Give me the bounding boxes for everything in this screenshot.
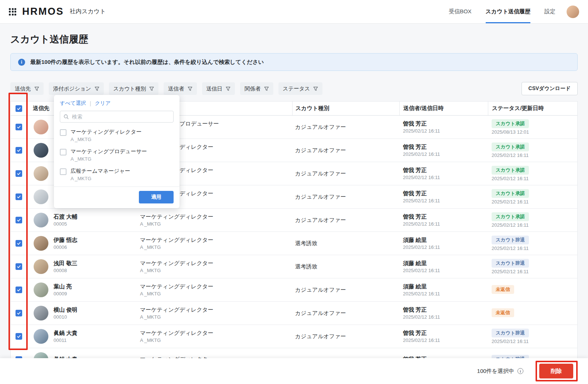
filter-chip-scout-type[interactable]: スカウト種別 [109,82,158,95]
position-search-input[interactable] [60,111,174,123]
status-badge: スカウト承諾 [492,119,529,128]
sender-name: 曽我 芳正 [403,190,440,197]
selection-footer: 100件を選択中 削除 [0,358,588,384]
position-name: マーケティングディレクター [140,260,213,267]
status-badge: スカウト承諾 [492,189,529,198]
scout-type: カジュアルオファー [292,139,399,162]
row-checkbox[interactable] [16,333,22,340]
recipient-id: 00009 [54,291,72,297]
recipient-name: 葉山 亮 [54,283,72,290]
filter-icon [313,86,318,91]
table-row: 葉山 亮00009 マーケティングディレクターA _MKTG カジュアルオファー… [11,278,577,302]
scout-type: カジュアルオファー [292,116,399,138]
nav-inbox[interactable]: 受信BOX [449,0,472,23]
scout-type: 選考誘致 [292,255,399,278]
avatar [34,282,48,297]
option-label: マーケティングプロデューサー [71,148,147,155]
sender-name: 曽我 芳正 [403,143,440,150]
sender-name: 曽我 芳正 [403,329,440,336]
sender-name: 曽我 芳正 [403,167,440,174]
sender-name: 曽我 芳正 [403,120,440,127]
avatar [34,166,48,181]
separator: | [90,100,91,106]
option-label: マーケティングディレクター [71,128,141,136]
option-checkbox[interactable] [60,129,66,136]
row-checkbox[interactable] [16,170,22,177]
filter-chip-sender[interactable]: 送信者 [164,82,197,95]
status-badge: スカウト承諾 [492,143,529,151]
status-badge: スカウト承諾 [492,212,529,221]
row-checkbox[interactable] [16,310,22,316]
position-name: マーケティングディレクター [140,283,213,290]
recipient-name: 石渡 大輔 [54,213,77,220]
option-code: A _MKTG [71,137,141,142]
sent-datetime: 2025/02/12 16:11 [403,244,440,250]
info-circle-icon[interactable] [517,368,523,374]
row-checkbox[interactable] [16,124,22,130]
filter-chip-status[interactable]: ステータス [278,82,323,95]
position-option[interactable]: マーケティングプロデューサー A _MKTG [60,145,174,165]
nav-scout-history[interactable]: スカウト送信履歴 [486,0,530,23]
apps-grid-icon[interactable] [9,8,16,16]
sent-datetime: 2025/02/12 16:11 [403,221,440,227]
filter-row: 送信先 添付ポジション スカウト種別 送信者 送信日 関係者 ステータス CSV… [10,82,578,95]
avatar [34,259,48,274]
filter-chip-label: 関係者 [245,85,261,92]
row-checkbox[interactable] [16,240,22,247]
filter-chip-label: 送信者 [168,85,184,92]
filter-chip-position[interactable]: 添付ポジション [49,82,104,95]
position-option[interactable]: マーケティングディレクター A _MKTG [60,126,174,145]
user-avatar[interactable] [567,6,579,18]
filter-chip-recipient[interactable]: 送信先 [10,82,44,95]
row-checkbox[interactable] [16,287,22,293]
position-option[interactable]: 広報チームマネージャー A _MKTG [60,165,174,184]
sent-datetime: 2025/02/12 16:11 [403,268,440,274]
position-filter-dropdown: すべて選択 | クリア マーケティングディレクター A _MKTG マーケティン… [54,95,180,208]
top-nav: 受信BOX スカウト送信履歴 設定 [449,0,555,23]
avatar [34,329,48,344]
filter-icon [95,86,99,91]
row-checkbox[interactable] [16,147,22,154]
nav-settings[interactable]: 設定 [544,0,555,23]
row-checkbox[interactable] [16,193,22,200]
avatar [34,306,48,320]
col-status: ステータス/更新日時 [488,102,577,115]
option-label: 広報チームマネージャー [71,168,130,175]
filter-chip-related[interactable]: 関係者 [240,82,273,95]
search-icon [64,114,69,119]
recipient-id: 00005 [54,221,77,227]
recipient-id: 00010 [54,314,77,320]
row-checkbox[interactable] [16,217,22,223]
select-all-checkbox[interactable] [16,105,22,112]
recipient-name: 横山 俊明 [54,306,77,313]
updated-datetime: 2025/02/12 16:11 [492,246,529,251]
apply-button[interactable]: 適用 [139,191,174,203]
status-badge: スカウト承諾 [492,166,529,175]
sent-datetime: 2025/02/12 16:11 [403,128,440,134]
scout-type: カジュアルオファー [292,302,399,325]
table-row: 伊藤 悟志00006 マーケティングディレクターA _MKTG 選考誘致 須藤 … [11,232,577,255]
delete-button[interactable]: 削除 [539,364,573,378]
csv-download-button[interactable]: CSVダウンロード [522,82,578,95]
clear-link[interactable]: クリア [95,100,111,107]
position-code: A _MKTG [140,268,213,274]
position-code: A _MKTG [140,314,213,320]
recipient-name: 眞鍋 大貴 [54,329,77,336]
updated-datetime: 2025/02/12 16:11 [492,269,529,275]
option-code: A _MKTG [71,176,130,181]
option-checkbox[interactable] [60,149,66,155]
info-banner: 最新100件の履歴を表示しています。それ以前の履歴は、条件を絞り込んで検索してく… [10,53,578,71]
sender-name: 曽我 芳正 [403,213,440,220]
table-row: 石渡 大輔00005 マーケティングディレクターA _MKTG カジュアルオファ… [11,209,577,232]
row-checkbox[interactable] [16,263,22,270]
position-code: A _MKTG [140,337,213,343]
option-code: A _MKTG [71,156,147,162]
sent-datetime: 2025/02/12 16:11 [403,291,440,297]
filter-chip-sent-date[interactable]: 送信日 [202,82,235,95]
position-name: マーケティングディレクター [140,306,213,313]
scout-type: カジュアルオファー [292,278,399,301]
sent-datetime: 2025/02/12 16:11 [403,314,440,320]
select-all-link[interactable]: すべて選択 [60,100,86,107]
option-checkbox[interactable] [60,168,66,175]
page-title: スカウト送信履歴 [10,32,578,46]
